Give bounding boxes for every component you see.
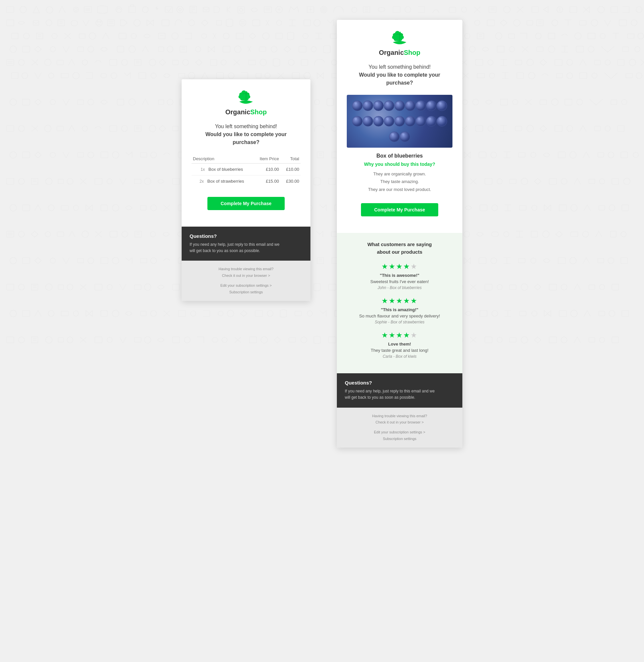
review-text: They taste great and last long! bbox=[343, 348, 456, 353]
right-edit-sub-link[interactable]: Edit your subscription settings > bbox=[345, 429, 455, 436]
star-rating: ★★★★★ bbox=[343, 331, 456, 340]
blueberry-visual bbox=[347, 95, 453, 148]
col-total: Total bbox=[280, 154, 301, 163]
right-product-name: Box of blueberries bbox=[347, 153, 453, 159]
left-sub-settings-link[interactable]: Subscription settings bbox=[189, 289, 302, 296]
table-row: 1x Box of blueberries £10.00 £10.00 bbox=[191, 163, 301, 176]
left-trouble-link[interactable]: Having trouble viewing this email? bbox=[189, 266, 302, 273]
review-item: ★★★★★ "This is awesome!" Sweetest fruits… bbox=[343, 262, 456, 290]
col-item-price: Item Price bbox=[252, 154, 280, 163]
right-headline: You left something behind! Would you lik… bbox=[347, 63, 453, 87]
right-footer-dark: Questions? If you need any help, just re… bbox=[337, 373, 462, 407]
review-author: Carla - Box of kiwis bbox=[343, 354, 456, 359]
review-quote: "This is awesome!" bbox=[343, 273, 456, 278]
right-check-browser-link[interactable]: Check it out in your browser > bbox=[345, 419, 455, 426]
left-cta-button[interactable]: Complete My Purchase bbox=[207, 197, 285, 210]
right-email-card: OrganicShop You left something behind! W… bbox=[337, 20, 462, 448]
left-footer-title: Questions? bbox=[189, 233, 302, 239]
table-row: 2x Box of strawberries £15.00 £30.00 bbox=[191, 176, 301, 187]
star-rating: ★★★★★ bbox=[343, 297, 456, 305]
reviews-section: What customers are saying about our prod… bbox=[337, 233, 462, 373]
right-sub-settings-link[interactable]: Subscription settings bbox=[345, 436, 455, 442]
logo-icon bbox=[236, 89, 256, 106]
page-container: OrganicShop You left something behind! W… bbox=[0, 0, 644, 467]
right-email-body: OrganicShop You left something behind! W… bbox=[337, 20, 462, 233]
review-author: John - Box of blueberries bbox=[343, 286, 456, 290]
review-quote: Love them! bbox=[343, 342, 456, 346]
left-edit-sub-link[interactable]: Edit your subscription settings > bbox=[189, 282, 302, 289]
star-rating: ★★★★★ bbox=[343, 262, 456, 271]
review-item: ★★★★★ "This is amazing!" So much flavour… bbox=[343, 297, 456, 324]
right-footer-help: If you need any help, just reply to this… bbox=[345, 388, 455, 401]
right-footer-light: Having trouble viewing this email? Check… bbox=[337, 408, 462, 448]
product-image bbox=[347, 95, 453, 148]
reviews-title: What customers are saying about our prod… bbox=[343, 241, 456, 256]
left-check-browser-link[interactable]: Check it out in your browser > bbox=[189, 273, 302, 279]
left-email-card: OrganicShop You left something behind! W… bbox=[182, 79, 310, 301]
right-cta-button[interactable]: Complete My Purchase bbox=[361, 203, 438, 216]
col-description: Description bbox=[191, 154, 252, 163]
left-email-body: OrganicShop You left something behind! W… bbox=[182, 79, 310, 227]
review-text: Sweetest fruits I've ever eaten! bbox=[343, 279, 456, 284]
why-buy-label: Why you should buy this today? bbox=[347, 162, 453, 167]
review-item: ★★★★★ Love them! They taste great and la… bbox=[343, 331, 456, 359]
left-footer-light: Having trouble viewing this email? Check… bbox=[182, 260, 310, 301]
right-trouble-link[interactable]: Having trouble viewing this email? bbox=[345, 413, 455, 419]
review-quote: "This is amazing!" bbox=[343, 307, 456, 312]
left-brand-name: OrganicShop bbox=[191, 108, 301, 116]
review-author: Sophie - Box of strawberries bbox=[343, 320, 456, 324]
left-footer-help: If you need any help, just reply to this… bbox=[189, 242, 302, 254]
review-text: So much flavour and very speedy delivery… bbox=[343, 314, 456, 318]
left-footer-dark: Questions? If you need any help, just re… bbox=[182, 227, 310, 260]
product-reasons: They are organically grown.They taste am… bbox=[347, 170, 453, 193]
order-table: Description Item Price Total 1x Box of b… bbox=[191, 154, 301, 187]
right-logo-icon bbox=[390, 30, 410, 46]
right-brand-name: OrganicShop bbox=[347, 49, 453, 56]
left-headline: You left something behind! Would you lik… bbox=[191, 122, 301, 146]
right-footer-title: Questions? bbox=[345, 380, 455, 386]
